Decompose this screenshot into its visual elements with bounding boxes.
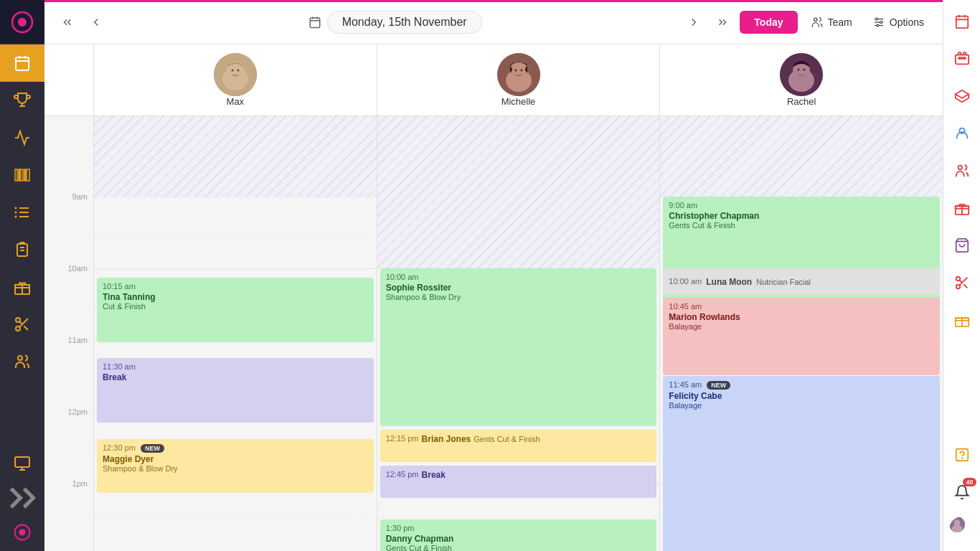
today-button[interactable]: Today: [740, 11, 797, 34]
svg-rect-8: [15, 169, 17, 181]
appt-name: Brian Jones: [422, 434, 471, 444]
svg-point-48: [237, 70, 239, 72]
right-item-user-avatar[interactable]: [943, 511, 981, 548]
staff-col-max: Max: [93, 44, 377, 116]
appt-marion-rowlands[interactable]: 10:45 am Marion Rowlands Balayage: [663, 298, 940, 375]
svg-point-37: [814, 18, 817, 22]
sidebar-expand-btn[interactable]: [0, 482, 44, 514]
svg-rect-30: [15, 457, 29, 467]
svg-point-1: [18, 18, 27, 27]
svg-point-53: [520, 70, 522, 72]
svg-point-29: [18, 356, 22, 360]
schedule-rachel[interactable]: 9:00 am Christopher Chapman Gents Cut & …: [659, 116, 943, 551]
topbar: Monday, 15th November Today Team: [44, 0, 943, 44]
appt-danny-chapman[interactable]: 1:30 pm Danny Chapman Gents Cut & Finish: [380, 519, 657, 551]
sidebar-item-calendar[interactable]: [0, 44, 44, 82]
appt-tina-tanning[interactable]: 10:15 am Tina Tanning Cut & Finish: [97, 278, 374, 342]
svg-point-58: [804, 69, 806, 71]
appt-break-max[interactable]: 11:30 am Break: [97, 358, 374, 423]
right-item-bag[interactable]: [943, 227, 981, 264]
sidebar-item-logo-bottom[interactable]: [0, 514, 44, 551]
svg-line-28: [19, 321, 22, 324]
sidebar-item-trophy[interactable]: [0, 82, 44, 119]
appt-name: Break: [422, 470, 446, 480]
svg-line-75: [963, 284, 967, 288]
appt-name: Felicity Cabe: [669, 391, 934, 401]
appt-service: Gents Cut & Finish: [473, 435, 540, 443]
right-sidebar: 40: [943, 0, 980, 551]
notification-badge: 40: [963, 478, 976, 486]
svg-point-16: [15, 207, 17, 209]
sidebar-item-chart[interactable]: [0, 119, 44, 156]
schedule-max[interactable]: 10:15 am Tina Tanning Cut & Finish 11:30…: [93, 116, 377, 551]
sidebar-item-clipboard[interactable]: [0, 231, 44, 268]
time-label-1pm: 1pm: [72, 479, 88, 488]
svg-point-25: [16, 326, 20, 331]
time-label-10am: 10am: [67, 264, 88, 273]
appt-service: Gents Cut & Finish: [669, 221, 934, 230]
columns-area: 10:15 am Tina Tanning Cut & Finish 11:30…: [93, 116, 943, 551]
options-button[interactable]: Options: [865, 11, 931, 33]
sidebar-item-list[interactable]: [0, 194, 44, 231]
right-item-group[interactable]: [943, 152, 981, 189]
sidebar-item-scissors[interactable]: [0, 306, 44, 343]
left-sidebar: [0, 0, 44, 551]
svg-rect-12: [27, 169, 29, 181]
logo[interactable]: [0, 0, 44, 44]
appt-name: Christopher Chapman: [669, 211, 934, 221]
appt-name: Maggie Dyer: [103, 454, 368, 464]
right-item-calendar[interactable]: [943, 3, 981, 40]
svg-line-76: [959, 280, 962, 283]
appt-luna-moon[interactable]: 10:00 am Luna Moon Nutrician Facial: [663, 268, 940, 295]
nav-back-double[interactable]: [56, 11, 79, 34]
appt-service: Cut & Finish: [103, 302, 368, 311]
appt-service: Balayage: [669, 401, 934, 410]
calendar-scroll[interactable]: 9am 10am 11am 12pm 1pm 2pm: [44, 116, 943, 551]
svg-point-43: [877, 24, 879, 27]
staff-name-michelle: Michelle: [501, 96, 536, 107]
right-item-gift2[interactable]: [943, 301, 981, 339]
appt-time: 1:30 pm: [386, 524, 651, 532]
appt-brian-jones[interactable]: 12:15 pm Brian Jones Gents Cut & Finish: [380, 430, 657, 462]
appt-break-michelle[interactable]: 12:45 pm Break: [380, 466, 657, 498]
appt-felicity-cabe[interactable]: 11:45 am NEW Felicity Cabe Balayage: [663, 376, 940, 551]
staff-col-michelle: Michelle: [377, 44, 660, 116]
svg-point-68: [958, 166, 962, 170]
main-content: Monday, 15th November Today Team: [44, 0, 943, 551]
svg-point-42: [880, 21, 882, 23]
calendar-grid: 9am 10am 11am 12pm 1pm 2pm: [44, 116, 943, 551]
staff-header: Max Michelle: [44, 44, 943, 116]
right-item-scissors[interactable]: [943, 264, 981, 301]
right-item-gift[interactable]: [943, 189, 981, 227]
right-item-person[interactable]: [943, 115, 981, 152]
appt-sophie-rossiter[interactable]: 10:00 am Sophie Rossiter Shampoo & Blow …: [380, 268, 657, 426]
svg-rect-10: [21, 169, 23, 181]
team-button[interactable]: Team: [804, 11, 859, 33]
right-item-scale[interactable]: [943, 77, 981, 115]
nav-forward-double[interactable]: [711, 11, 734, 34]
sidebar-item-barcode[interactable]: [0, 156, 44, 194]
sidebar-item-gift[interactable]: [0, 268, 44, 306]
nav-back-single[interactable]: [85, 11, 108, 34]
svg-point-24: [16, 318, 20, 322]
nav-forward-single[interactable]: [682, 11, 705, 34]
appt-maggie-dyer[interactable]: 12:30 pm NEW Maggie Dyer Shampoo & Blow …: [97, 439, 374, 493]
sidebar-item-device[interactable]: [0, 445, 44, 482]
svg-line-27: [24, 326, 28, 330]
sidebar-bottom: [0, 445, 44, 551]
right-item-register[interactable]: [943, 40, 981, 77]
staff-col-rachel: Rachel: [659, 44, 943, 116]
time-label-12pm: 12pm: [67, 408, 88, 416]
sidebar-item-users[interactable]: [0, 343, 44, 380]
appt-service: Shampoo & Blow Dry: [386, 293, 651, 301]
svg-point-51: [510, 62, 527, 79]
right-item-question[interactable]: [943, 436, 981, 474]
calendar-area: Max Michelle: [44, 44, 943, 551]
appt-service: Shampoo & Blow Dry: [103, 464, 368, 473]
staff-name-max: Max: [227, 96, 245, 107]
appt-name: Break: [103, 372, 368, 382]
new-badge: NEW: [141, 444, 164, 453]
right-item-bell[interactable]: 40: [943, 474, 981, 511]
schedule-michelle[interactable]: 10:00 am Sophie Rossiter Shampoo & Blow …: [377, 116, 660, 551]
svg-point-18: [15, 216, 17, 218]
